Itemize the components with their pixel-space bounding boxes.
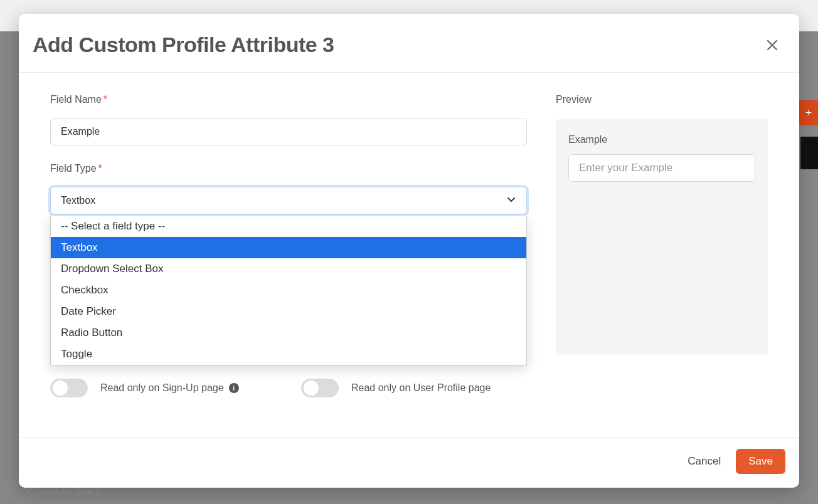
readonly-profile-toggle[interactable] <box>301 379 339 397</box>
option-toggle[interactable]: Toggle <box>51 344 526 365</box>
preview-box: Example <box>556 119 768 355</box>
readonly-profile-label: Read only on User Profile page <box>351 382 491 394</box>
field-name-input[interactable] <box>50 118 527 145</box>
field-name-group: Field Name* <box>50 94 527 145</box>
close-button[interactable] <box>764 37 780 53</box>
readonly-signup-label-text: Read only on Sign-Up page <box>100 382 224 394</box>
field-type-selected-value: Textbox <box>61 195 95 206</box>
field-name-label-text: Field Name <box>50 94 102 105</box>
preview-column: Preview Example <box>556 94 768 431</box>
bg-dark-panel <box>800 137 818 169</box>
readonly-signup-toggle[interactable] <box>50 379 88 397</box>
field-type-group: Field Type* Textbox -- Select a field ty… <box>50 163 527 214</box>
cancel-button[interactable]: Cancel <box>688 455 721 468</box>
readonly-signup-item: Read only on Sign-Up page i <box>50 379 276 397</box>
readonly-signup-label: Read only on Sign-Up page i <box>100 382 239 394</box>
modal-title: Add Custom Profile Attribute 3 <box>33 33 334 57</box>
close-icon <box>766 39 778 51</box>
readonly-profile-item: Read only on User Profile page <box>301 379 527 397</box>
field-name-label: Field Name* <box>50 94 527 105</box>
plus-icon: + <box>805 107 812 120</box>
required-asterisk: * <box>98 163 102 174</box>
field-type-select-button[interactable]: Textbox <box>50 187 527 214</box>
chevron-down-icon <box>506 194 516 207</box>
add-attribute-modal: Add Custom Profile Attribute 3 Field Nam… <box>19 14 799 488</box>
info-icon[interactable]: i <box>229 383 239 393</box>
option-dropdown-select-box[interactable]: Dropdown Select Box <box>51 258 526 280</box>
field-type-label-text: Field Type <box>50 163 97 174</box>
bg-add-button[interactable]: + <box>799 100 818 125</box>
modal-footer: Cancel Save <box>19 437 799 488</box>
option-checkbox[interactable]: Checkbox <box>51 280 526 301</box>
field-type-dropdown: -- Select a field type -- Textbox Dropdo… <box>50 216 527 365</box>
preview-field-label: Example <box>568 134 755 145</box>
preview-input[interactable] <box>568 154 755 182</box>
bg-attribute-row-label: Custom Attribute 2 <box>28 486 100 496</box>
option-radio-button[interactable]: Radio Button <box>51 322 526 344</box>
required-asterisk: * <box>104 94 107 105</box>
preview-heading: Preview <box>556 94 768 105</box>
field-type-label: Field Type* <box>50 163 527 174</box>
form-column: Field Name* Field Type* Textbox <box>50 94 527 431</box>
save-button[interactable]: Save <box>736 449 785 474</box>
readonly-toggle-row: Read only on Sign-Up page i Read only on… <box>50 379 527 397</box>
option-textbox[interactable]: Textbox <box>51 237 526 258</box>
field-type-select: Textbox -- Select a field type -- Textbo… <box>50 187 527 214</box>
option-date-picker[interactable]: Date Picker <box>51 301 526 322</box>
readonly-profile-label-text: Read only on User Profile page <box>351 382 491 394</box>
modal-header: Add Custom Profile Attribute 3 <box>19 14 799 73</box>
modal-body: Field Name* Field Type* Textbox <box>19 73 799 437</box>
option-placeholder[interactable]: -- Select a field type -- <box>51 216 526 237</box>
